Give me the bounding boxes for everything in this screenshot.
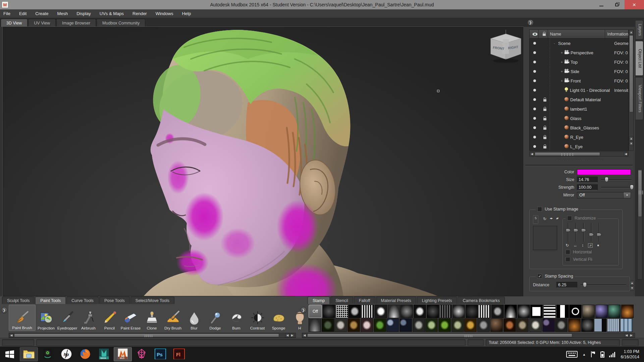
scene-tree-header[interactable]: Name Information (530, 30, 628, 39)
view-tab-3d-view[interactable]: 3D View (1, 19, 28, 27)
scene-row-black-glasses[interactable]: Black_Glasses (530, 123, 628, 132)
scroll-right-icon[interactable]: ◀ (624, 152, 628, 156)
stamp-tile[interactable] (451, 318, 464, 332)
visibility-cell[interactable] (530, 98, 540, 101)
square-icon[interactable]: ■ (597, 244, 599, 247)
properties-vscrollbar[interactable]: ●●●●●●●●● (637, 169, 642, 280)
battery-icon[interactable] (600, 351, 604, 358)
view-tab-mudbox-community[interactable]: Mudbox Community (97, 19, 145, 27)
head-model[interactable] (3, 27, 523, 296)
panel-collapse-button[interactable]: ❯ (527, 19, 534, 26)
vertical-flip-checkbox[interactable] (566, 257, 570, 262)
scene-row-side[interactable]: +SideFOV: 0.4 (530, 67, 628, 76)
side-tab-viewport-filters[interactable]: Viewport Filters (636, 77, 643, 120)
rotate-icon[interactable]: ↻ (543, 217, 546, 221)
tool-tray-scrollbar[interactable]: ◀ ●●●●●●●●●● ◀ ▶ (9, 333, 296, 338)
tree-expander[interactable]: + (560, 70, 564, 73)
distance-slider[interactable] (581, 282, 626, 288)
taskbar-maya[interactable]: MAYA (95, 347, 113, 361)
menu-mesh[interactable]: Mesh (57, 11, 68, 16)
visibility-cell[interactable] (530, 89, 540, 92)
stamp-tile[interactable] (452, 305, 465, 318)
scene-row-l-eye[interactable]: L_Eye (530, 142, 628, 151)
stamp-tile[interactable] (543, 305, 556, 318)
stamp-tile[interactable] (466, 305, 478, 318)
randomize-slider-2[interactable] (573, 223, 579, 242)
lock-cell[interactable] (540, 135, 550, 139)
randomize-slider-1[interactable] (566, 223, 571, 242)
tool-projection[interactable]: Projection (36, 305, 57, 331)
show-hidden-icons-icon[interactable]: ▲ (582, 353, 586, 356)
scene-row-lambert1[interactable]: lambert1 (530, 104, 628, 114)
lock-cell[interactable] (540, 145, 550, 148)
scroll-right-icon[interactable]: ▶ (629, 334, 633, 337)
scene-list-hscrollbar[interactable]: ◀ ● ● ● ● ●● ● ● ● ● ◀ (529, 152, 629, 157)
view-tab-uv-view[interactable]: UV View (28, 19, 56, 27)
tree-expander[interactable]: - (553, 42, 556, 45)
scroll-down-icon[interactable]: ▼ (629, 141, 633, 146)
action-center-flag-icon[interactable] (590, 351, 596, 358)
strength-slider[interactable] (601, 184, 632, 190)
menu-create[interactable]: Create (35, 11, 48, 16)
tool-dry-brush[interactable]: Dry Brush (162, 305, 183, 331)
stamp-tile[interactable] (361, 318, 373, 332)
rotate-icon[interactable]: ↻ (566, 243, 569, 248)
tool-tab-select-move-tools[interactable]: Select/Move Tools (130, 297, 174, 304)
visibility-cell[interactable] (530, 117, 540, 120)
visibility-cell[interactable] (530, 126, 540, 129)
stamp-tile[interactable] (375, 305, 387, 318)
stamp-tile[interactable] (336, 305, 348, 318)
stamp-tab-falloff[interactable]: Falloff (354, 297, 375, 304)
stamp-tab-stencil[interactable]: Stencil (330, 297, 353, 304)
lock-cell[interactable] (540, 107, 550, 111)
menu-file[interactable]: File (3, 11, 10, 16)
visibility-cell[interactable] (530, 51, 540, 54)
stamp-tile[interactable] (620, 318, 633, 332)
scroll-left2-icon[interactable]: ◀ (625, 334, 629, 337)
stamp-tile[interactable] (427, 305, 439, 318)
visibility-cell[interactable] (530, 61, 540, 63)
stamp-tile[interactable] (529, 318, 542, 332)
lock-cell[interactable] (540, 117, 550, 120)
taskbar-webcam-app[interactable] (39, 347, 57, 361)
scroll-left-icon[interactable]: ◀ (9, 334, 13, 337)
stamp-spacing-checkbox[interactable]: ✓ (537, 274, 542, 279)
stamp-tile[interactable] (425, 318, 438, 332)
flip-vertical-icon[interactable]: ▴▾ (556, 217, 558, 221)
side-tab-object-list[interactable]: Object List (636, 41, 643, 76)
stamp-tile[interactable] (582, 305, 595, 318)
size-input[interactable]: 14.76 (577, 177, 598, 183)
tool-eyedropper[interactable]: Eyedropper (57, 305, 78, 331)
tool-dodge[interactable]: Dodge (205, 305, 226, 331)
tool-airbrush[interactable]: Airbrush (78, 305, 99, 331)
distance-input[interactable]: 6.25 (556, 282, 577, 288)
taskbar-mudbox[interactable]: MUD (114, 347, 132, 361)
lock-cell[interactable] (540, 98, 550, 102)
stamp-tile[interactable] (555, 318, 568, 332)
scroll-left-icon[interactable]: ◀ (303, 334, 307, 337)
tool-pencil[interactable]: Pencil (99, 305, 120, 331)
stamp-tile[interactable] (334, 318, 347, 332)
tool-sponge[interactable]: Sponge (268, 305, 289, 331)
taskbar-hp[interactable]: hp (57, 347, 75, 361)
stamp-tile[interactable] (388, 305, 400, 318)
stamp-tab-stamp[interactable]: Stamp (308, 297, 330, 304)
stamp-tile[interactable] (477, 318, 490, 332)
horizontal-flip-checkbox[interactable] (566, 250, 570, 254)
scene-row-glass[interactable]: Glass (530, 114, 628, 123)
keyboard-icon[interactable] (566, 351, 578, 358)
scale-icon[interactable]: ⇗ (588, 243, 593, 248)
3d-viewport[interactable]: FRONT RIGHT (3, 27, 523, 296)
color-swatch[interactable] (577, 169, 631, 175)
scene-list-vscrollbar[interactable]: ▲ ▲ ▼ (629, 29, 634, 151)
restore-button[interactable] (609, 0, 625, 9)
scroll-left2-icon[interactable]: ◀ (285, 334, 289, 337)
arrow-vertical-icon[interactable]: ↕ (582, 243, 584, 248)
stamp-off-button[interactable]: Off (309, 305, 322, 318)
taskbar-firefox[interactable] (76, 347, 94, 361)
stamp-tile[interactable] (594, 318, 606, 332)
randomize-checkbox[interactable] (567, 216, 572, 221)
stamp-tile[interactable] (504, 305, 517, 318)
stamp-tile[interactable] (518, 305, 530, 318)
props-scroll-up-icon[interactable]: ▲ (630, 281, 634, 285)
